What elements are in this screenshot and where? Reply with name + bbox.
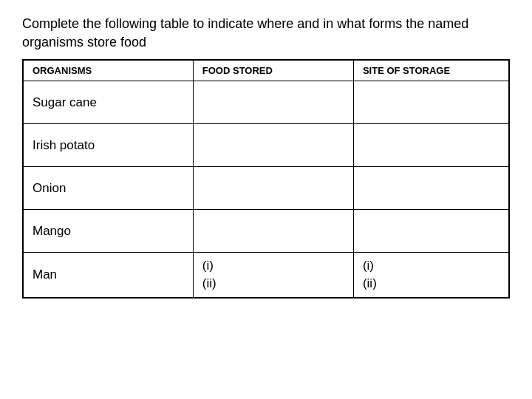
- cell-organism: Mango: [23, 210, 193, 253]
- food-stored-content: (i) (ii): [202, 259, 344, 291]
- cell-food-stored: [193, 81, 353, 124]
- intro-text: Complete the following table to indicate…: [22, 15, 510, 52]
- cell-food-stored: [193, 167, 353, 210]
- page-container: Complete the following table to indicate…: [22, 15, 510, 299]
- table-row: Mango: [23, 210, 509, 253]
- site-storage-i: (i): [363, 259, 499, 273]
- cell-food-stored: [193, 210, 353, 253]
- site-storage-ii: (ii): [363, 276, 499, 291]
- header-organisms: ORGANISMS: [23, 60, 193, 81]
- table-row: Irish potato: [23, 124, 509, 167]
- cell-site-storage: [353, 124, 509, 167]
- cell-organism: Sugar cane: [23, 81, 193, 124]
- cell-site-storage-man: (i) (ii): [353, 253, 509, 299]
- table-row: Sugar cane: [23, 81, 509, 124]
- cell-food-stored-man: (i) (ii): [193, 253, 353, 299]
- cell-site-storage: [353, 167, 509, 210]
- cell-organism: Man: [23, 253, 193, 299]
- table-row: Onion: [23, 167, 509, 210]
- site-storage-content: (i) (ii): [363, 259, 499, 291]
- cell-organism: Onion: [23, 167, 193, 210]
- cell-site-storage: [353, 210, 509, 253]
- cell-organism: Irish potato: [23, 124, 193, 167]
- table-row-man: Man (i) (ii) (i) (ii): [23, 253, 509, 299]
- header-food-stored: FOOD STORED: [193, 60, 353, 81]
- cell-food-stored: [193, 124, 353, 167]
- food-stored-ii: (ii): [202, 276, 344, 291]
- table-header-row: ORGANISMS FOOD STORED SITE OF STORAGE: [23, 60, 509, 81]
- header-site-of-storage: SITE OF STORAGE: [353, 60, 509, 81]
- organisms-table: ORGANISMS FOOD STORED SITE OF STORAGE Su…: [22, 59, 510, 299]
- cell-site-storage: [353, 81, 509, 124]
- food-stored-i: (i): [202, 259, 344, 273]
